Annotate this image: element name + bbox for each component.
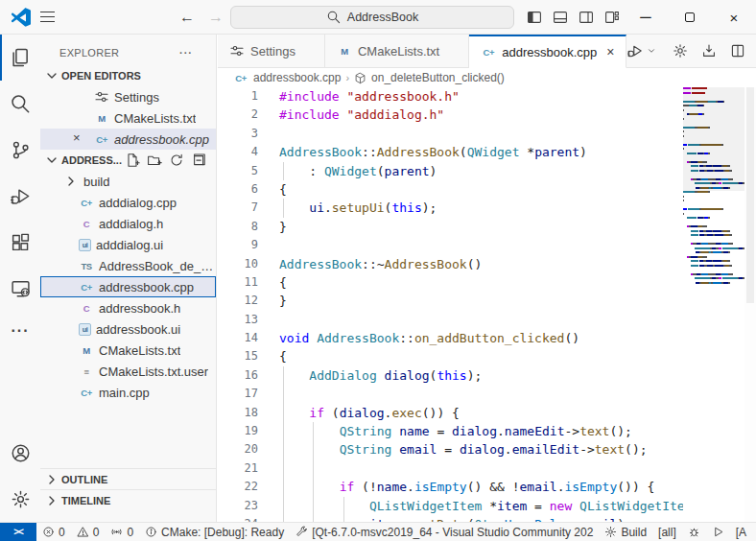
collapse-all-icon[interactable] [191, 153, 206, 168]
code-token: (! [354, 480, 376, 494]
code-token: :: [399, 331, 414, 345]
code-editor[interactable]: 1#include "addressbook.h"2#include "addd… [218, 87, 683, 522]
gear-button[interactable] [672, 43, 688, 59]
code-token: -> [579, 442, 595, 457]
indent-guide [283, 385, 284, 403]
tab-addressbook-cpp[interactable]: C+addressbook.cpp× [469, 35, 626, 68]
tree-item-adddialog-cpp[interactable]: C+adddialog.cpp [40, 192, 216, 213]
tab-label: addressbook.cpp [502, 45, 597, 59]
code-line-23: 23 QListWidgetItem *item = new QListWidg… [218, 497, 683, 515]
minimap-slider[interactable] [683, 87, 744, 191]
open-editor-cmakelists-txt[interactable]: MCMakeLists.txt [40, 107, 216, 129]
code-token: on_addButton_clicked [414, 331, 565, 345]
remote-indicator[interactable]: >< [0, 523, 36, 541]
explorer-more-actions[interactable]: ··· [179, 47, 193, 59]
tree-item-label: adddialog.cpp [99, 196, 177, 210]
tree-item-addressbook-h[interactable]: Caddressbook.h [40, 297, 216, 318]
tree-item-addressbook-de-de-ts[interactable]: TSAddressBook_de_DE.ts [40, 255, 216, 276]
status-broadcast-count[interactable]: 0 [105, 526, 139, 539]
editor-scrollbar[interactable] [744, 87, 756, 522]
activity-item-explorer[interactable] [0, 35, 40, 81]
activity-item-run-and-debug[interactable] [0, 173, 40, 219]
status-bar: >< 000CMake: [Debug]: Ready[Qt-6.7.0-msv… [0, 522, 756, 541]
minimap-line [683, 269, 744, 270]
tree-item-cmakelists-txt-user[interactable]: ≡CMakeLists.txt.user [40, 361, 216, 382]
code-token: this [391, 200, 421, 215]
activity-item-manage[interactable] [0, 476, 40, 522]
minimap[interactable] [683, 87, 744, 522]
open-editor-settings[interactable]: Settings [40, 86, 216, 107]
debug-icon [11, 186, 31, 206]
tab-settings[interactable]: Settings [218, 35, 325, 68]
run-or-debug-button[interactable] [626, 43, 659, 59]
tab-cmakelists-txt[interactable]: MCMakeLists.txt [325, 35, 469, 68]
minimap-line [683, 239, 744, 241]
close-button[interactable]: × [712, 0, 756, 35]
tree-item-build[interactable]: build [40, 171, 216, 192]
chevron-down-icon [44, 153, 59, 168]
new-file-icon[interactable] [125, 153, 140, 168]
refresh-icon[interactable] [169, 153, 184, 168]
menu-icon[interactable] [31, 0, 63, 35]
chevron-down-icon [44, 68, 59, 83]
code-token: exec [391, 406, 421, 420]
tree-item-cmakelists-txt[interactable]: MCMakeLists.txt [40, 340, 216, 361]
tree-item-label: adddialog.h [99, 217, 163, 231]
close-icon[interactable]: × [606, 44, 614, 59]
tree-item-adddialog-ui[interactable]: uiadddialog.ui [40, 234, 216, 255]
status-warnings-count[interactable]: 0 [71, 526, 106, 539]
activity-item-extensions[interactable] [0, 219, 40, 265]
status-errors-count[interactable]: 0 [36, 526, 71, 539]
tree-item-addressbook-cpp[interactable]: C+addressbook.cpp [40, 276, 216, 297]
breadcrumb-item[interactable]: on_deleteButton_clicked() [371, 71, 505, 84]
code-token: AddressBook [279, 145, 362, 159]
command-center-search[interactable]: AddressBook [230, 6, 514, 29]
status-cmake-status[interactable]: CMake: [Debug]: Ready [139, 526, 290, 539]
forward-button[interactable]: → [205, 9, 226, 26]
open-editors-header[interactable]: OPEN EDITORS [40, 65, 216, 86]
status-build-target[interactable]: [all] [652, 526, 682, 539]
minimap-line [683, 282, 744, 284]
split-button[interactable] [729, 43, 745, 59]
close-icon[interactable]: × [73, 130, 81, 145]
open-editor-addressbook-cpp[interactable]: ×C+addressbook.cpp [40, 129, 216, 150]
activity-item-search[interactable] [0, 81, 40, 127]
back-button[interactable]: ← [177, 9, 198, 26]
status-launch-target[interactable]: [A [730, 526, 752, 539]
new-folder-icon[interactable] [147, 153, 162, 168]
layout-panel-toggle[interactable] [552, 10, 569, 25]
M-file-icon: M [94, 110, 109, 126]
indent-guide [283, 162, 284, 180]
panel-header-outline[interactable]: OUTLINE [40, 468, 216, 489]
gear-icon [604, 526, 617, 538]
code-token [309, 331, 317, 345]
code-token: this [437, 368, 466, 383]
install-button[interactable] [700, 43, 717, 59]
code-token: . [505, 442, 512, 457]
layout-sidebar-left-toggle[interactable] [526, 10, 543, 25]
status-kit-selection[interactable]: [Qt-6.7.0-msvc2019_64 - Visual Studio Co… [290, 526, 599, 539]
workspace-folder-header[interactable]: ADDRESS... [40, 150, 216, 171]
indent-guide [313, 459, 314, 478]
status-launch-button[interactable] [706, 526, 730, 538]
status-debug-button[interactable] [682, 526, 706, 538]
activity-item-additional-views[interactable]: ··· [0, 311, 40, 357]
code-token: (); [625, 442, 647, 457]
activity-item-accounts[interactable] [0, 430, 40, 476]
code-token: QListWidgetItem [369, 499, 482, 513]
tree-item-addressbook-ui[interactable]: uiaddressbook.ui [40, 318, 216, 340]
panel-header-timeline[interactable]: TIMELINE [40, 489, 216, 510]
tree-item-adddialog-h[interactable]: Cadddialog.h [40, 213, 216, 234]
code-token [377, 368, 385, 383]
breadcrumb-item[interactable]: addressbook.cpp [253, 71, 341, 84]
minimize-button[interactable]: ─ [624, 0, 668, 35]
status-build-button[interactable]: Build [599, 526, 652, 539]
layout-customize-toggle[interactable] [603, 10, 621, 25]
activity-item-source-control[interactable] [0, 127, 40, 173]
maximize-button[interactable] [668, 0, 712, 35]
layout-sidebar-right-toggle[interactable] [578, 10, 595, 25]
activity-item-remote-explorer[interactable] [0, 265, 40, 311]
code-token: new [550, 499, 572, 513]
line-number: 16 [218, 366, 258, 385]
tree-item-main-cpp[interactable]: C+main.cpp [40, 382, 216, 403]
